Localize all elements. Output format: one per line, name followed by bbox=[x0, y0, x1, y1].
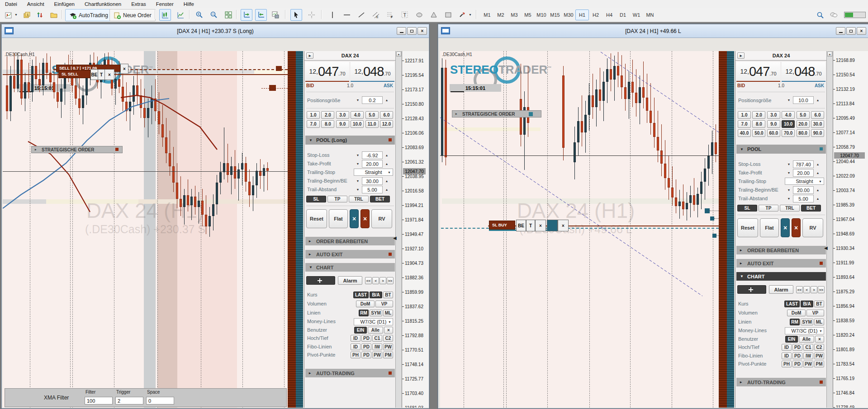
Trail-Abstand-increment-button[interactable]: ▲ bbox=[384, 187, 390, 192]
minimize-button[interactable] bbox=[397, 27, 406, 35]
Take-Profit-increment-button[interactable]: ▲ bbox=[384, 161, 390, 166]
chart-nav-button-2[interactable]: > bbox=[379, 277, 386, 284]
bid-price-box[interactable]: 12,047.70 bbox=[305, 62, 349, 82]
sl-sell-bar[interactable]: SL SELL bbox=[58, 70, 90, 78]
option-button-vp[interactable]: VP bbox=[375, 301, 393, 307]
lot-button-6.0[interactable]: 6.0 bbox=[811, 111, 824, 119]
alarm-button[interactable]: Alarm bbox=[769, 285, 793, 294]
option-button-[interactable]: × bbox=[815, 336, 824, 343]
pool-section-header[interactable]: POOL (Long)▼ bbox=[305, 136, 395, 145]
arrow-tool-dropdown-icon[interactable]: ▼ bbox=[469, 13, 472, 16]
ask-price-box[interactable]: 12,048.70 bbox=[351, 62, 394, 82]
action-button-rv[interactable]: RV bbox=[371, 209, 392, 228]
lot-button-7.0[interactable]: 7.0 bbox=[738, 120, 751, 128]
lot-button-4.0[interactable]: 4.0 bbox=[351, 111, 364, 119]
timeframe-m3[interactable]: M3 bbox=[508, 9, 521, 20]
sl-buy-be-button[interactable]: BE bbox=[516, 220, 526, 231]
action-button-close-teal[interactable]: × bbox=[350, 209, 359, 228]
chart-window-left[interactable]: [DAX 24 | H1] +230.37 S (Long)×DAX 24 (H… bbox=[1, 24, 430, 409]
option-button-[interactable]: × bbox=[384, 327, 393, 334]
position-size-decrement-button[interactable]: ▼ bbox=[355, 98, 361, 103]
lot-button-9.0[interactable]: 9.0 bbox=[767, 120, 780, 128]
order-bearbeiten-section-header[interactable]: ORDER BEARBEITEN▸ bbox=[736, 246, 826, 254]
neue-order-button[interactable]: Neue Order bbox=[109, 9, 156, 21]
chart-section-header[interactable]: CHART▼ bbox=[736, 272, 826, 281]
lot-button-11.0[interactable]: 11.0 bbox=[365, 120, 379, 128]
crosshair-tool-icon[interactable] bbox=[306, 9, 318, 21]
chart-nav-button-1[interactable]: < bbox=[803, 286, 810, 293]
mode-button-sl[interactable]: SL bbox=[306, 196, 326, 202]
lot-button-1.0[interactable]: 1.0 bbox=[307, 111, 320, 119]
zoom-out-icon[interactable] bbox=[208, 9, 220, 21]
lot-button-2.0[interactable]: 2.0 bbox=[321, 111, 334, 119]
lot-button-3.0[interactable]: 3.0 bbox=[336, 111, 349, 119]
lot-button-2.0[interactable]: 2.0 bbox=[752, 111, 765, 119]
lot-button-20.0[interactable]: 20.0 bbox=[797, 120, 810, 128]
option-button-c2[interactable]: C2 bbox=[814, 344, 824, 351]
sl-buy-close-button[interactable]: × bbox=[535, 220, 546, 231]
arrow-tool-icon[interactable] bbox=[457, 9, 469, 21]
action-button-close-maroon[interactable]: × bbox=[792, 218, 801, 237]
option-button-rm[interactable]: RM bbox=[790, 319, 800, 325]
lot-button-10.0[interactable]: 10.0 bbox=[351, 120, 364, 128]
scroll-strip-top-button[interactable]: ▲ bbox=[827, 52, 832, 56]
lot-button-50.0[interactable]: 50.0 bbox=[752, 129, 765, 137]
Take-Profit-increment-button[interactable]: ▲ bbox=[815, 170, 821, 175]
option-button-bt[interactable]: BT bbox=[814, 301, 824, 307]
option-button-pw[interactable]: PW bbox=[803, 361, 813, 367]
option-button-pw[interactable]: PW bbox=[814, 353, 824, 359]
option-button-vp[interactable]: VP bbox=[806, 310, 824, 316]
rectangle-tool-icon[interactable] bbox=[442, 9, 454, 21]
timeframe-m30[interactable]: M30 bbox=[562, 9, 575, 20]
option-button-last[interactable]: LAST bbox=[353, 291, 369, 298]
order-marker-square[interactable] bbox=[705, 208, 710, 213]
alarm-button[interactable]: Alarm bbox=[338, 276, 362, 285]
action-button-rv[interactable]: RV bbox=[802, 218, 823, 237]
timeframe-m15[interactable]: M15 bbox=[548, 9, 562, 20]
lot-button-40.0[interactable]: 40.0 bbox=[738, 129, 751, 137]
maximize-button[interactable] bbox=[846, 27, 856, 35]
lot-button-12.0[interactable]: 12.0 bbox=[380, 120, 393, 128]
money-lines-select[interactable]: W7/3C (D1)▼ bbox=[354, 318, 393, 325]
panel-scroll-strip[interactable]: ▲◀ bbox=[395, 51, 402, 408]
Trail-Abstand-decrement-button[interactable]: ▼ bbox=[786, 196, 792, 201]
order-marker-square[interactable] bbox=[710, 216, 714, 221]
Stop-Loss-increment-button[interactable]: ▲ bbox=[384, 153, 390, 158]
mode-button-tp[interactable]: TP bbox=[327, 196, 347, 202]
menu-item-ansicht[interactable]: Ansicht bbox=[22, 1, 49, 7]
chart-nav-button-1[interactable]: < bbox=[372, 277, 379, 284]
xma-space-input[interactable]: 0 bbox=[146, 397, 174, 404]
chart-move-button[interactable] bbox=[306, 276, 335, 285]
chart-nav-button-0[interactable]: << bbox=[796, 286, 803, 293]
auto-exit-section-header[interactable]: AUTO EXIT▸ bbox=[305, 250, 395, 259]
option-button-sym[interactable]: SYM bbox=[370, 310, 382, 316]
menu-item-extras[interactable]: Extras bbox=[126, 1, 151, 7]
pool-section-header[interactable]: POOL▼ bbox=[736, 145, 826, 154]
save-template-icon[interactable] bbox=[270, 9, 281, 21]
option-button-dom[interactable]: DoM bbox=[356, 301, 375, 307]
position-size-increment-button[interactable]: ▲ bbox=[815, 98, 821, 103]
scroll-strip-top-button[interactable]: ▲ bbox=[396, 52, 401, 56]
Trail-Abstand-increment-button[interactable]: ▲ bbox=[815, 196, 821, 201]
option-button-id[interactable]: ID bbox=[782, 344, 792, 351]
mode-button-tp[interactable]: TP bbox=[759, 205, 778, 212]
timeframe-h2[interactable]: H2 bbox=[589, 9, 602, 20]
option-button-c2[interactable]: C2 bbox=[383, 335, 393, 342]
chart-nav-button-2[interactable]: > bbox=[811, 286, 817, 293]
position-size-input[interactable]: 10.0 bbox=[793, 96, 814, 104]
option-button-pm[interactable]: PM bbox=[814, 361, 824, 367]
chart-nav-button-3[interactable]: >> bbox=[387, 277, 394, 284]
timeframe-m2[interactable]: M2 bbox=[494, 9, 508, 20]
price-axis[interactable]: 12168.8912150.5412132.1912113.8412095.49… bbox=[833, 51, 868, 408]
cursor-tool-icon[interactable] bbox=[290, 9, 302, 21]
chart-move-button[interactable] bbox=[737, 285, 766, 294]
auto-trading-section-header[interactable]: AUTO-TRADING▸ bbox=[736, 378, 826, 386]
timeframe-w1[interactable]: W1 bbox=[630, 9, 643, 20]
strategische-order-bar[interactable]: STRATEGISCHE ORDER▸ bbox=[31, 146, 123, 153]
sl-buy-close2-button[interactable]: × bbox=[558, 220, 569, 231]
ellipse-tool-icon[interactable] bbox=[413, 9, 425, 21]
lot-button-4.0[interactable]: 4.0 bbox=[782, 111, 795, 119]
close-button[interactable]: × bbox=[417, 27, 427, 35]
chart-nav-button-3[interactable]: >> bbox=[818, 286, 825, 293]
channel-tool-icon[interactable]: E bbox=[370, 9, 382, 21]
